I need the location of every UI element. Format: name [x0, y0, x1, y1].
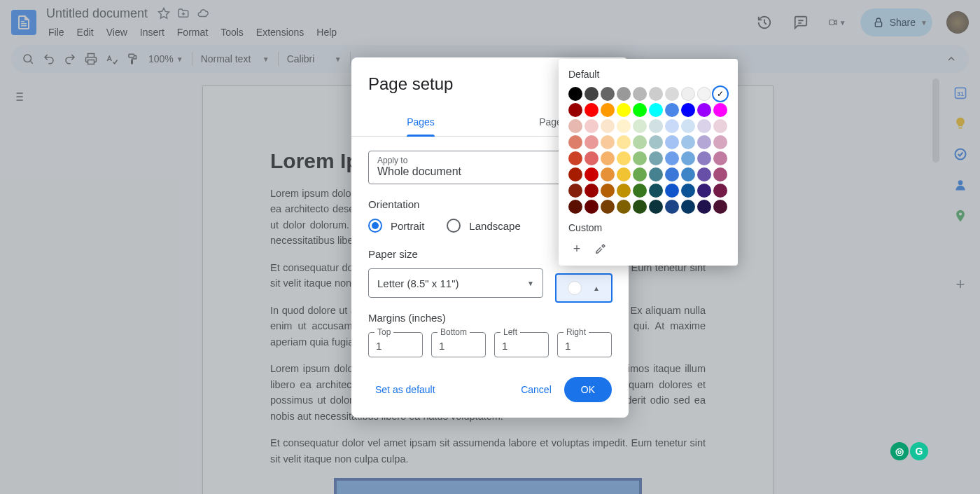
color-swatch[interactable]: [633, 167, 647, 181]
color-swatch[interactable]: [568, 167, 582, 181]
color-swatch[interactable]: [584, 119, 598, 133]
eyedropper-icon[interactable]: [592, 240, 609, 257]
margin-right-input[interactable]: [565, 340, 604, 352]
color-swatch[interactable]: [649, 119, 663, 133]
color-swatch[interactable]: [713, 200, 727, 214]
color-swatch[interactable]: [665, 167, 679, 181]
color-swatch[interactable]: [665, 151, 679, 165]
margin-left-input[interactable]: [502, 340, 541, 352]
add-custom-color-icon[interactable]: +: [568, 240, 585, 257]
color-swatch[interactable]: [665, 103, 679, 117]
color-swatch[interactable]: [617, 184, 631, 198]
color-swatch[interactable]: [681, 119, 695, 133]
color-swatch[interactable]: [681, 167, 695, 181]
color-swatch[interactable]: [568, 184, 582, 198]
color-swatch[interactable]: [584, 167, 598, 181]
color-swatch[interactable]: [633, 200, 647, 214]
color-swatch[interactable]: [681, 135, 695, 149]
radio-portrait[interactable]: Portrait: [368, 219, 424, 233]
paper-size-select[interactable]: Letter (8.5" x 11") ▼: [368, 268, 543, 298]
color-swatch[interactable]: [681, 87, 695, 101]
color-swatch[interactable]: [713, 87, 727, 101]
color-swatch[interactable]: [649, 184, 663, 198]
color-swatch[interactable]: [649, 103, 663, 117]
ok-button[interactable]: OK: [564, 377, 612, 402]
margin-bottom-field[interactable]: Bottom: [431, 332, 486, 357]
color-swatch[interactable]: [649, 200, 663, 214]
margin-top-field[interactable]: Top: [368, 332, 423, 357]
color-swatch[interactable]: [617, 87, 631, 101]
color-swatch[interactable]: [633, 184, 647, 198]
cancel-button[interactable]: Cancel: [514, 378, 559, 401]
margin-right-field[interactable]: Right: [557, 332, 612, 357]
color-swatch[interactable]: [633, 87, 647, 101]
color-swatch[interactable]: [617, 151, 631, 165]
color-swatch[interactable]: [584, 135, 598, 149]
color-swatch[interactable]: [697, 119, 711, 133]
color-swatch[interactable]: [601, 103, 615, 117]
color-swatch[interactable]: [584, 200, 598, 214]
color-swatch[interactable]: [681, 151, 695, 165]
color-swatch[interactable]: [697, 135, 711, 149]
color-swatch[interactable]: [697, 167, 711, 181]
color-swatch[interactable]: [617, 167, 631, 181]
color-swatch[interactable]: [601, 167, 615, 181]
color-swatch[interactable]: [633, 119, 647, 133]
color-swatch[interactable]: [601, 151, 615, 165]
radio-landscape[interactable]: Landscape: [447, 219, 520, 233]
color-swatch[interactable]: [617, 119, 631, 133]
color-swatch[interactable]: [665, 87, 679, 101]
color-swatch[interactable]: [568, 119, 582, 133]
color-swatch[interactable]: [568, 87, 582, 101]
color-swatch[interactable]: [681, 184, 695, 198]
color-swatch[interactable]: [697, 200, 711, 214]
color-swatch[interactable]: [713, 151, 727, 165]
color-swatch[interactable]: [649, 135, 663, 149]
margin-left-field[interactable]: Left: [494, 332, 549, 357]
color-swatch[interactable]: [617, 103, 631, 117]
color-swatch[interactable]: [601, 87, 615, 101]
grammarly-bulb-icon: ◎: [890, 442, 909, 460]
color-swatch[interactable]: [713, 167, 727, 181]
color-swatch[interactable]: [697, 184, 711, 198]
color-swatch[interactable]: [681, 103, 695, 117]
color-swatch[interactable]: [697, 103, 711, 117]
color-swatch[interactable]: [601, 184, 615, 198]
color-swatch[interactable]: [697, 87, 711, 101]
color-swatch[interactable]: [633, 103, 647, 117]
color-swatch[interactable]: [633, 135, 647, 149]
color-swatch[interactable]: [665, 200, 679, 214]
color-swatch[interactable]: [584, 87, 598, 101]
color-swatch[interactable]: [713, 135, 727, 149]
color-swatch[interactable]: [568, 135, 582, 149]
set-default-button[interactable]: Set as default: [368, 378, 442, 401]
color-swatch[interactable]: [568, 103, 582, 117]
color-swatch[interactable]: [617, 200, 631, 214]
color-swatch[interactable]: [713, 103, 727, 117]
color-swatch[interactable]: [649, 151, 663, 165]
page-color-dropdown[interactable]: ▲: [555, 273, 612, 303]
color-swatch[interactable]: [649, 167, 663, 181]
color-swatch[interactable]: [665, 135, 679, 149]
color-swatch[interactable]: [601, 119, 615, 133]
grammarly-widget[interactable]: ◎ G: [890, 442, 928, 460]
margin-top-input[interactable]: [376, 340, 415, 352]
color-swatch[interactable]: [665, 119, 679, 133]
color-swatch[interactable]: [681, 200, 695, 214]
color-swatch[interactable]: [568, 200, 582, 214]
color-swatch[interactable]: [697, 151, 711, 165]
color-swatch[interactable]: [617, 135, 631, 149]
color-swatch[interactable]: [633, 151, 647, 165]
color-swatch[interactable]: [713, 119, 727, 133]
color-swatch[interactable]: [601, 135, 615, 149]
color-swatch[interactable]: [601, 200, 615, 214]
color-swatch[interactable]: [584, 151, 598, 165]
color-swatch[interactable]: [649, 87, 663, 101]
color-swatch[interactable]: [713, 184, 727, 198]
margin-bottom-input[interactable]: [439, 340, 478, 352]
color-swatch[interactable]: [665, 184, 679, 198]
color-swatch[interactable]: [584, 184, 598, 198]
tab-pages[interactable]: Pages: [351, 109, 490, 136]
color-swatch[interactable]: [584, 103, 598, 117]
color-swatch[interactable]: [568, 151, 582, 165]
